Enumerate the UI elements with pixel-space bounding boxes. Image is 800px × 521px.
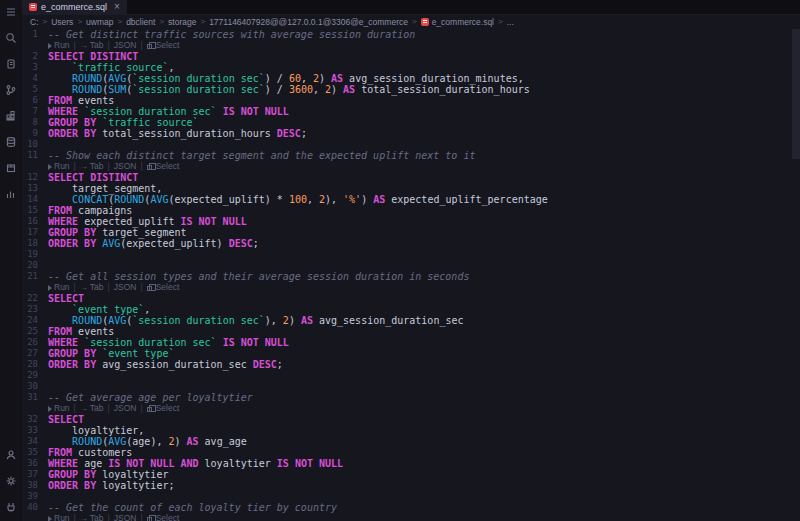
code-line[interactable]: 29 <box>22 370 800 381</box>
codelens-tab-action[interactable]: Tab <box>80 40 104 51</box>
code-line[interactable]: 12SELECT DISTINCT <box>22 172 800 183</box>
codelens-tab-action[interactable]: Tab <box>80 513 104 521</box>
breadcrumb-item[interactable]: dbclient <box>126 17 155 27</box>
codelens-json-action[interactable]: JSON <box>114 161 137 172</box>
settings-icon[interactable] <box>3 473 19 489</box>
codelens-tab-action[interactable]: Tab <box>80 403 104 414</box>
breadcrumb-item[interactable]: Users <box>51 17 73 27</box>
codelens-json-action[interactable]: JSON <box>114 403 137 414</box>
tab-e-commerce-sql[interactable]: e_commerce.sql × <box>22 0 127 14</box>
breadcrumb-item-label: e_commerce.sql <box>432 17 494 27</box>
breadcrumb-item[interactable]: storage <box>168 17 196 27</box>
search-icon[interactable] <box>3 30 19 46</box>
codelens-select-action[interactable]: Select <box>147 513 180 521</box>
code-line[interactable]: 22SELECT <box>22 293 800 304</box>
menu-icon[interactable] <box>3 4 19 20</box>
code-text <box>48 260 800 271</box>
codelens-separator: | <box>74 513 76 521</box>
codelens-json-action[interactable]: JSON <box>114 282 137 293</box>
database-icon[interactable] <box>3 134 19 150</box>
code-line[interactable]: 7WHERE `session duration sec` IS NOT NUL… <box>22 106 800 117</box>
code-line[interactable]: 18ORDER BY AVG(expected_uplift) DESC; <box>22 238 800 249</box>
codelens-row[interactable]: Run|Tab|JSON|Select <box>22 513 800 521</box>
code-line[interactable]: 40-- Get the count of each loyalty tier … <box>22 502 800 513</box>
codelens-select-action[interactable]: Select <box>147 282 180 293</box>
code-text: FROM events <box>48 95 800 106</box>
scrollbar[interactable] <box>792 29 800 521</box>
scrollbar-thumb[interactable] <box>792 29 800 159</box>
source-control-icon[interactable] <box>3 82 19 98</box>
extensions-icon[interactable] <box>3 108 19 124</box>
codelens-row[interactable]: Run|Tab|JSON|Select <box>22 40 800 51</box>
code-line[interactable]: 26WHERE `session duration sec` IS NOT NU… <box>22 337 800 348</box>
code-line[interactable]: 28ORDER BY avg_session_duration_sec DESC… <box>22 359 800 370</box>
code-line[interactable]: 37GROUP BY loyaltytier <box>22 469 800 480</box>
codelens-run-action[interactable]: Run <box>48 403 70 414</box>
code-line[interactable]: 11-- Show each distinct target segment a… <box>22 150 800 161</box>
code-line[interactable]: 31-- Get average age per loyaltytier <box>22 392 800 403</box>
code-line[interactable]: 33 loyaltytier, <box>22 425 800 436</box>
code-line[interactable]: 10 <box>22 139 800 150</box>
code-line[interactable]: 19 <box>22 249 800 260</box>
code-line[interactable]: 6FROM events <box>22 95 800 106</box>
codelens-tab-action[interactable]: Tab <box>80 282 104 293</box>
codelens-row[interactable]: Run|Tab|JSON|Select <box>22 403 800 414</box>
codelens-run-action[interactable]: Run <box>48 161 70 172</box>
account-icon[interactable] <box>3 447 19 463</box>
code-line[interactable]: 25FROM events <box>22 326 800 337</box>
code-line[interactable]: 20 <box>22 260 800 271</box>
codelens-run-action[interactable]: Run <box>48 513 70 521</box>
codelens-json-action[interactable]: JSON <box>114 513 137 521</box>
code-line[interactable]: 35FROM customers <box>22 447 800 458</box>
code-text: ORDER BY avg_session_duration_sec DESC; <box>48 359 800 370</box>
code-line[interactable]: 24 ROUND(AVG(`session duration sec`), 2)… <box>22 315 800 326</box>
code-line[interactable]: 15FROM campaigns <box>22 205 800 216</box>
code-line[interactable]: 17GROUP BY target_segment <box>22 227 800 238</box>
code-line[interactable]: 32SELECT <box>22 414 800 425</box>
breadcrumb-item[interactable]: 1771146407928@@127.0.0.1@3306@e_commerce <box>209 17 408 27</box>
codelens-run-action[interactable]: Run <box>48 40 70 51</box>
plug-icon[interactable] <box>3 499 19 515</box>
code-line[interactable]: 13 target_segment, <box>22 183 800 194</box>
codelens-json-action[interactable]: JSON <box>114 40 137 51</box>
code-line[interactable]: 23 `event type`, <box>22 304 800 315</box>
breadcrumb-item[interactable]: uwmap <box>86 17 113 27</box>
close-tab-icon[interactable]: × <box>114 2 120 12</box>
code-line[interactable]: 14 CONCAT(ROUND(AVG(expected_uplift) * 1… <box>22 194 800 205</box>
code-editor-window: e_commerce.sql × C:>Users>uwmap>dbclient… <box>0 0 800 521</box>
codelens-row[interactable]: Run|Tab|JSON|Select <box>22 161 800 172</box>
codelens-tab-action[interactable]: Tab <box>80 161 104 172</box>
package-icon[interactable] <box>3 160 19 176</box>
code-line[interactable]: 5 ROUND(SUM(`session duration sec`) / 36… <box>22 84 800 95</box>
code-line[interactable]: 36WHERE age IS NOT NULL AND loyaltytier … <box>22 458 800 469</box>
codelens-run-action[interactable]: Run <box>48 282 70 293</box>
code-line[interactable]: 30 <box>22 381 800 392</box>
code-line[interactable]: 38ORDER BY loyaltytier; <box>22 480 800 491</box>
code-line[interactable]: 16WHERE expected_uplift IS NOT NULL <box>22 216 800 227</box>
breadcrumb-item[interactable]: C: <box>30 17 39 27</box>
breadcrumb-item[interactable]: e_commerce.sql <box>421 17 494 27</box>
code-line[interactable]: 39 <box>22 491 800 502</box>
code-line[interactable]: 8GROUP BY `traffic source` <box>22 117 800 128</box>
code-line[interactable]: 34 ROUND(AVG(age), 2) AS avg_age <box>22 436 800 447</box>
code-line[interactable]: 2SELECT DISTINCT <box>22 51 800 62</box>
breadcrumb-item[interactable]: ... <box>507 17 514 27</box>
line-number <box>22 513 48 521</box>
code-line[interactable]: 1-- Get distinct traffic sources with av… <box>22 29 800 40</box>
code-line[interactable]: 4 ROUND(AVG(`session duration sec`) / 60… <box>22 73 800 84</box>
code-line[interactable]: 27GROUP BY `event type` <box>22 348 800 359</box>
files-icon[interactable] <box>3 56 19 72</box>
chart-icon[interactable] <box>3 186 19 202</box>
code-editor[interactable]: 1-- Get distinct traffic sources with av… <box>22 28 800 521</box>
code-line[interactable]: 21-- Get all session types and their ave… <box>22 271 800 282</box>
codelens-select-action[interactable]: Select <box>147 40 180 51</box>
code-text <box>48 139 800 150</box>
activity-bar-top <box>3 4 19 202</box>
codelens-row[interactable]: Run|Tab|JSON|Select <box>22 282 800 293</box>
codelens-select-action[interactable]: Select <box>147 403 180 414</box>
code-text: WHERE expected_uplift IS NOT NULL <box>48 216 800 227</box>
codelens-label: JSON <box>114 513 137 521</box>
code-line[interactable]: 3 `traffic source`, <box>22 62 800 73</box>
codelens-select-action[interactable]: Select <box>147 161 180 172</box>
code-line[interactable]: 9ORDER BY total_session_duration_hours D… <box>22 128 800 139</box>
